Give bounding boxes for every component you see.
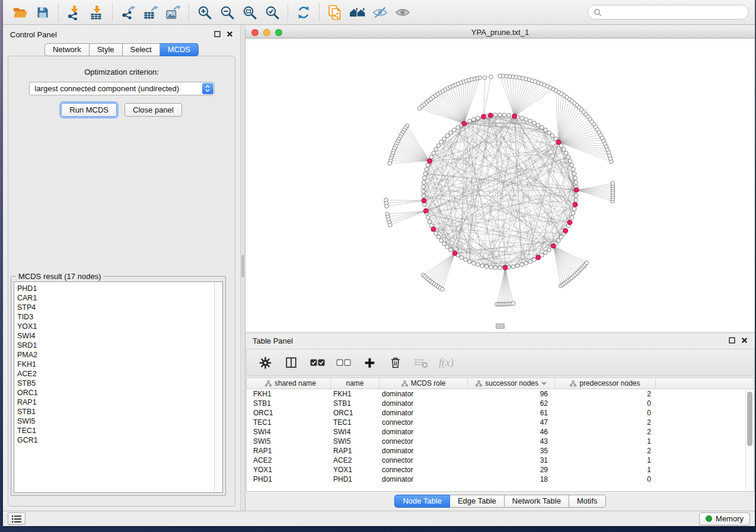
select-all-button[interactable] xyxy=(307,352,327,373)
table-row[interactable]: FKH1FKH1dominator962 xyxy=(247,389,754,399)
table-cell[interactable]: TEC1 xyxy=(331,418,379,427)
mcds-result-item[interactable]: ORC1 xyxy=(17,388,214,398)
table-cell[interactable]: SWI5 xyxy=(251,437,331,446)
search-input[interactable] xyxy=(605,8,743,17)
delete-row-button[interactable] xyxy=(385,352,406,373)
table-cell[interactable]: ORC1 xyxy=(251,408,331,418)
table-cell[interactable]: STB1 xyxy=(331,399,379,408)
table-cell[interactable]: SWI4 xyxy=(251,427,331,437)
memory-button[interactable]: Memory xyxy=(699,512,750,525)
table-cell[interactable]: 46 xyxy=(468,427,555,437)
first-neighbors-button[interactable] xyxy=(346,2,369,23)
table-cell[interactable]: 2 xyxy=(555,418,656,427)
mcds-result-item[interactable]: GCR1 xyxy=(17,435,214,445)
table-cell[interactable]: connector xyxy=(379,465,468,475)
add-row-button[interactable] xyxy=(359,352,379,373)
table-cell[interactable]: RAP1 xyxy=(331,446,379,456)
open-file-button[interactable] xyxy=(9,2,31,23)
show-all-button[interactable] xyxy=(391,2,414,23)
export-table-button[interactable] xyxy=(139,2,162,23)
zoom-in-button[interactable] xyxy=(193,2,216,23)
table-scrollbar-thumb[interactable] xyxy=(747,392,752,446)
import-table-button[interactable] xyxy=(85,2,108,23)
table-cell[interactable]: YOX1 xyxy=(331,465,379,475)
table-tab-network-table[interactable]: Network Table xyxy=(505,495,569,508)
table-tab-edge-table[interactable]: Edge Table xyxy=(450,495,505,508)
table-row[interactable]: ACE2ACE2connector311 xyxy=(247,456,754,465)
table-cell[interactable]: 43 xyxy=(468,437,555,446)
table-cell[interactable]: 29 xyxy=(468,465,555,475)
tab-mcds[interactable]: MCDS xyxy=(160,43,199,56)
maximize-window-icon[interactable] xyxy=(275,29,282,36)
close-table-panel-icon[interactable] xyxy=(741,336,748,345)
table-cell[interactable]: 0 xyxy=(555,408,656,418)
mcds-result-item[interactable]: STB1 xyxy=(17,407,214,416)
network-canvas[interactable] xyxy=(245,39,755,332)
table-cell[interactable]: 0 xyxy=(555,399,656,408)
minimize-window-icon[interactable] xyxy=(263,29,270,36)
mcds-result-item[interactable]: ACE2 xyxy=(17,369,214,379)
table-row[interactable]: STB1STB1dominator620 xyxy=(247,399,754,408)
table-cell[interactable]: FKH1 xyxy=(251,389,331,399)
panel-divider[interactable] xyxy=(240,25,245,511)
table-row[interactable]: ORC1ORC1dominator610 xyxy=(247,408,754,418)
mcds-result-item[interactable]: YOX1 xyxy=(17,322,214,331)
table-cell[interactable]: dominator xyxy=(379,408,468,418)
mcds-result-item[interactable]: STB5 xyxy=(17,379,214,388)
table-row[interactable]: SWI5SWI5connector431 xyxy=(247,437,754,446)
table-cell[interactable]: 62 xyxy=(468,399,555,408)
table-scrollbar[interactable] xyxy=(745,390,753,491)
export-image-button[interactable] xyxy=(162,2,184,23)
mcds-result-item[interactable]: FKH1 xyxy=(17,360,214,369)
table-cell[interactable]: 47 xyxy=(468,418,555,427)
mcds-result-item[interactable]: STP4 xyxy=(17,303,214,312)
apply-layout-button[interactable] xyxy=(292,2,315,23)
mcds-result-item[interactable]: SRD1 xyxy=(17,341,214,350)
search-box[interactable] xyxy=(588,5,749,20)
column-header-predecessor-nodes[interactable]: predecessor nodes xyxy=(555,378,656,389)
float-panel-icon[interactable] xyxy=(214,30,221,39)
table-row[interactable]: RAP1RAP1dominator352 xyxy=(247,446,754,456)
table-cell[interactable]: RAP1 xyxy=(251,446,331,456)
zoom-selected-button[interactable] xyxy=(261,2,283,23)
table-cell[interactable]: STB1 xyxy=(251,399,331,408)
import-network-button[interactable] xyxy=(63,2,85,23)
table-cell[interactable]: FKH1 xyxy=(331,389,379,399)
close-window-icon[interactable] xyxy=(251,29,259,36)
mcds-result-item[interactable]: RAP1 xyxy=(17,398,214,407)
table-settings-button[interactable] xyxy=(255,352,275,373)
function-builder-button[interactable]: f(x) xyxy=(438,352,458,373)
zoom-out-button[interactable] xyxy=(216,2,238,23)
table-row[interactable]: SWI4SWI4dominator462 xyxy=(247,427,754,437)
table-cell[interactable]: YOX1 xyxy=(251,465,331,475)
deselect-all-button[interactable] xyxy=(333,352,353,373)
table-cell[interactable]: 1 xyxy=(555,456,656,465)
export-network-button[interactable] xyxy=(117,2,139,23)
mcds-result-item[interactable]: TEC1 xyxy=(17,426,214,435)
mcds-result-item[interactable]: CAR1 xyxy=(17,293,214,303)
table-cell[interactable]: dominator xyxy=(379,399,468,408)
delete-table-button[interactable] xyxy=(412,352,432,373)
column-header-shared-name[interactable]: shared name xyxy=(251,378,331,389)
column-header-MCDS-role[interactable]: MCDS role xyxy=(379,378,468,389)
mcds-result-item[interactable]: TID3 xyxy=(17,312,214,322)
table-cell[interactable]: 2 xyxy=(555,389,656,399)
table-row[interactable]: PHD1PHD1dominator180 xyxy=(247,475,754,484)
table-cell[interactable]: 18 xyxy=(468,475,555,484)
save-session-button[interactable] xyxy=(31,2,54,23)
table-cell[interactable]: connector xyxy=(379,418,468,427)
mcds-result-item[interactable]: SWI4 xyxy=(17,331,214,341)
table-cell[interactable]: 0 xyxy=(555,475,656,484)
table-cell[interactable]: 2 xyxy=(555,427,656,437)
network-from-selection-button[interactable] xyxy=(324,2,346,23)
table-cell[interactable]: connector xyxy=(379,437,468,446)
close-panel-button[interactable]: Close panel xyxy=(125,103,182,117)
table-cell[interactable]: dominator xyxy=(379,446,468,456)
table-row[interactable]: TEC1TEC1connector472 xyxy=(247,418,754,427)
table-cell[interactable]: dominator xyxy=(379,389,468,399)
mcds-result-scrollbar[interactable] xyxy=(214,282,222,492)
mcds-result-item[interactable]: PMA2 xyxy=(17,350,214,360)
table-cell[interactable]: 2 xyxy=(555,446,656,456)
table-row[interactable]: YOX1YOX1connector291 xyxy=(247,465,754,475)
table-cell[interactable]: 1 xyxy=(555,465,656,475)
